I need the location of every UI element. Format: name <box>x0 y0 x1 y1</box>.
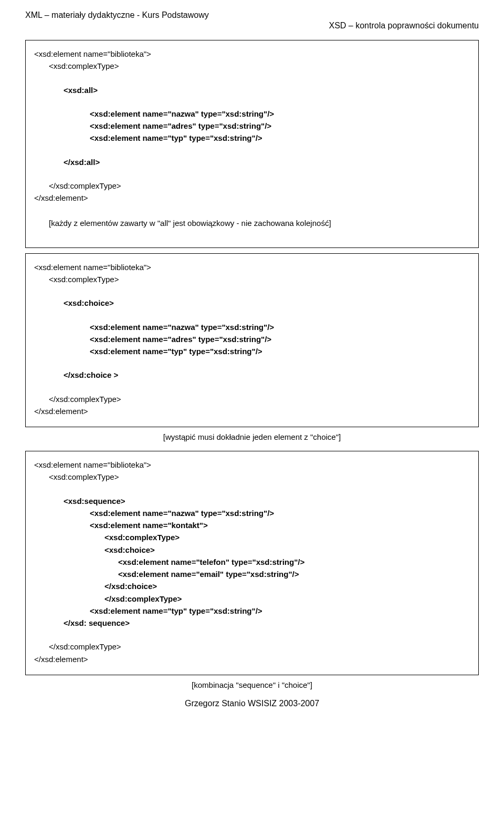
code-line: <xsd:element name="biblioteka"> <box>34 459 470 471</box>
code-line: <xsd:element name="adres" type="xsd:stri… <box>34 333 470 345</box>
note-choice: [wystąpić musi dokładnie jeden element z… <box>25 432 479 441</box>
code-line: </xsd:choice > <box>34 369 470 381</box>
code-line: <xsd:complexType> <box>34 531 470 543</box>
code-line: </xsd:element> <box>34 192 470 204</box>
code-line: <xsd:complexType> <box>34 60 470 72</box>
code-line: <xsd:element name="kontakt"> <box>34 519 470 531</box>
code-line: <xsd:element name="telefon" type="xsd:st… <box>34 556 470 568</box>
code-box-xsd-all: <xsd:element name="biblioteka"> <xsd:com… <box>25 40 479 248</box>
code-line: <xsd:choice> <box>34 544 470 556</box>
code-line: </xsd:element> <box>34 653 470 665</box>
code-line: </xsd:complexType> <box>34 180 470 192</box>
code-line: <xsd:element name="typ" type="xsd:string… <box>34 605 470 617</box>
code-line: <xsd:element name="nazwa" type="xsd:stri… <box>34 108 470 120</box>
code-line: <xsd:element name="nazwa" type="xsd:stri… <box>34 321 470 333</box>
note-combination: [kombinacja "sequence" i "choice"] <box>25 680 479 689</box>
page-container: XML – materiały dydaktyczne - Kurs Podst… <box>0 0 504 719</box>
code-line: <xsd:element name="typ" type="xsd:string… <box>34 132 470 144</box>
code-line: <xsd:element name="email" type="xsd:stri… <box>34 568 470 580</box>
code-line: </xsd:complexType> <box>34 593 470 605</box>
code-line: <xsd:complexType> <box>34 273 470 285</box>
code-line: </xsd:element> <box>34 405 470 417</box>
code-note: [każdy z elementów zawarty w "all" jest … <box>34 218 470 230</box>
code-line: <xsd:element name="biblioteka"> <box>34 48 470 60</box>
code-line: </xsd: sequence> <box>34 617 470 629</box>
code-line: <xsd:element name="nazwa" type="xsd:stri… <box>34 507 470 519</box>
code-line: </xsd:complexType> <box>34 641 470 653</box>
code-box-xsd-sequence-choice: <xsd:element name="biblioteka"> <xsd:com… <box>25 451 479 675</box>
code-line: <xsd:element name="adres" type="xsd:stri… <box>34 120 470 132</box>
code-line: <xsd:element name="biblioteka"> <box>34 261 470 273</box>
code-line: <xsd:all> <box>34 84 470 96</box>
code-line: <xsd:sequence> <box>34 495 470 507</box>
code-box-xsd-choice: <xsd:element name="biblioteka"> <xsd:com… <box>25 253 479 427</box>
page-footer: Grzegorz Stanio WSISIZ 2003-2007 <box>25 699 479 708</box>
code-line: </xsd:all> <box>34 156 470 168</box>
code-line: <xsd:choice> <box>34 297 470 309</box>
code-line: <xsd:element name="typ" type="xsd:string… <box>34 345 470 357</box>
code-line: </xsd:choice> <box>34 580 470 592</box>
code-line: <xsd:complexType> <box>34 471 470 483</box>
page-header-subtitle: XSD – kontrola poprawności dokumentu <box>25 21 479 30</box>
code-line: </xsd:complexType> <box>34 393 470 405</box>
page-header-title: XML – materiały dydaktyczne - Kurs Podst… <box>25 11 479 20</box>
